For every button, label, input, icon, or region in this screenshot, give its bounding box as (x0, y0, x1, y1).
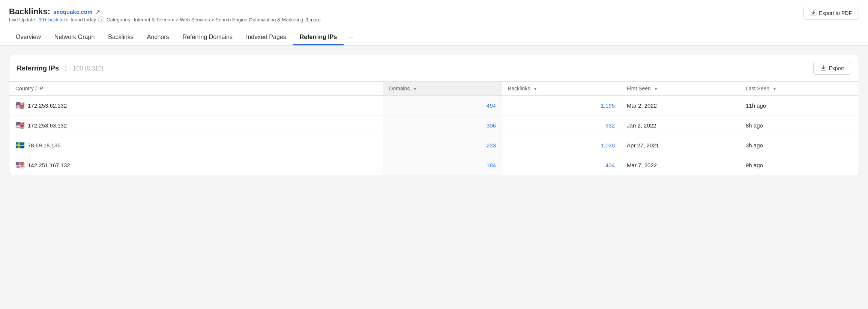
domains-link-1[interactable]: 306 (487, 122, 496, 129)
tab-network-graph[interactable]: Network Graph (48, 30, 102, 45)
referring-ips-card: Referring IPs 1 - 100 (8,310) Export Cou… (9, 55, 859, 175)
tab-more-icon[interactable]: ··· (344, 30, 358, 45)
table-row: 🇺🇸 142.251.167.132 184 404 Mar 7, 2022 9… (9, 155, 859, 175)
live-update-suffix: found today (71, 17, 96, 22)
sort-icon-backlinks: ▼ (533, 86, 538, 92)
cell-ip-2: 🇸🇪 78.69.18.135 (9, 135, 383, 155)
more-categories-link[interactable]: 9 more (305, 17, 320, 22)
cell-domains-2[interactable]: 223 (383, 135, 502, 155)
cell-ip-0: 🇺🇸 172.253.62.132 (9, 96, 383, 116)
page-title-static: Backlinks: (9, 7, 50, 16)
ip-address-3[interactable]: 142.251.167.132 (28, 162, 70, 168)
page-header: Backlinks: seoquake.com ↗ Live Update: 9… (0, 0, 868, 46)
col-header-backlinks[interactable]: Backlinks ▼ (502, 82, 621, 96)
backlinks-link-1[interactable]: 932 (605, 122, 615, 129)
cell-first-seen-0: Mar 2, 2022 (621, 96, 740, 116)
col-header-country-ip: Country / IP (9, 82, 383, 96)
card-title: Referring IPs (17, 64, 59, 72)
cell-domains-0[interactable]: 494 (383, 96, 502, 116)
domains-link-3[interactable]: 184 (487, 162, 496, 168)
title-line: Backlinks: seoquake.com ↗ (9, 7, 321, 16)
title-area: Backlinks: seoquake.com ↗ Live Update: 9… (9, 7, 321, 28)
table-row: 🇺🇸 172.253.63.132 306 932 Jan 2, 2022 8h… (9, 116, 859, 135)
sort-icon-first-seen: ▼ (654, 86, 658, 92)
card-range: 1 - 100 (8,310) (64, 65, 104, 72)
external-link-icon[interactable]: ↗ (95, 8, 100, 15)
cell-first-seen-1: Jan 2, 2022 (621, 116, 740, 135)
cell-first-seen-3: Mar 7, 2022 (621, 155, 740, 175)
tab-backlinks[interactable]: Backlinks (101, 30, 140, 45)
backlinks-link-3[interactable]: 404 (605, 162, 615, 168)
sort-icon-last-seen: ▼ (772, 86, 777, 92)
cell-backlinks-2[interactable]: 1,020 (502, 135, 621, 155)
main-content: Referring IPs 1 - 100 (8,310) Export Cou… (0, 46, 868, 184)
cell-last-seen-1: 8h ago (740, 116, 859, 135)
tab-anchors[interactable]: Anchors (140, 30, 176, 45)
domains-link-2[interactable]: 223 (487, 142, 496, 148)
backlinks-link-2[interactable]: 1,020 (601, 142, 615, 148)
flag-icon-2: 🇸🇪 (15, 141, 25, 150)
cell-last-seen-0: 11h ago (740, 96, 859, 116)
table-row: 🇺🇸 172.253.62.132 494 1,195 Mar 2, 2022 … (9, 96, 859, 116)
domains-link-0[interactable]: 494 (487, 102, 496, 109)
backlinks-link[interactable]: 99+ backlinks (39, 17, 68, 22)
tab-referring-ips[interactable]: Referring IPs (293, 30, 344, 45)
cell-backlinks-1[interactable]: 932 (502, 116, 621, 135)
tab-indexed-pages[interactable]: Indexed Pages (239, 30, 293, 45)
cell-backlinks-3[interactable]: 404 (502, 155, 621, 175)
subtitle-bar: Live Update: 99+ backlinks found today i… (9, 16, 321, 22)
cell-backlinks-0[interactable]: 1,195 (502, 96, 621, 116)
cell-domains-1[interactable]: 306 (383, 116, 502, 135)
sort-icon-domains: ▼ (413, 86, 417, 92)
cell-first-seen-2: Apr 27, 2021 (621, 135, 740, 155)
cell-last-seen-3: 9h ago (740, 155, 859, 175)
backlinks-link-0[interactable]: 1,195 (601, 102, 615, 109)
table-export-icon (820, 65, 826, 71)
cell-domains-3[interactable]: 184 (383, 155, 502, 175)
header-top: Backlinks: seoquake.com ↗ Live Update: 9… (9, 7, 859, 28)
ip-address-0[interactable]: 172.253.62.132 (28, 102, 67, 109)
info-icon[interactable]: i (98, 16, 104, 22)
card-title-area: Referring IPs 1 - 100 (8,310) (17, 64, 104, 72)
export-to-pdf-button[interactable]: Export to PDF (803, 7, 859, 20)
cell-last-seen-2: 3h ago (740, 135, 859, 155)
referring-ips-table: Country / IP Domains ▼ Backlinks ▼ First… (9, 81, 859, 175)
card-header: Referring IPs 1 - 100 (8,310) Export (9, 55, 859, 81)
table-row: 🇸🇪 78.69.18.135 223 1,020 Apr 27, 2021 3… (9, 135, 859, 155)
ip-address-2[interactable]: 78.69.18.135 (28, 142, 61, 148)
flag-icon-1: 🇺🇸 (15, 121, 25, 130)
col-header-first-seen[interactable]: First Seen ▼ (621, 82, 740, 96)
export-icon (810, 10, 816, 16)
cell-ip-3: 🇺🇸 142.251.167.132 (9, 155, 383, 175)
table-export-button[interactable]: Export (813, 62, 851, 75)
tab-referring-domains[interactable]: Referring Domains (176, 30, 239, 45)
table-header-row: Country / IP Domains ▼ Backlinks ▼ First… (9, 82, 859, 96)
categories-prefix: Categories: (107, 17, 131, 22)
live-update-prefix: Live Update: (9, 17, 36, 22)
tab-overview[interactable]: Overview (9, 30, 48, 45)
nav-tabs: Overview Network Graph Backlinks Anchors… (9, 30, 859, 45)
col-header-last-seen[interactable]: Last Seen ▼ (740, 82, 859, 96)
ip-address-1[interactable]: 172.253.63.132 (28, 122, 67, 129)
page-domain[interactable]: seoquake.com (53, 9, 92, 15)
col-header-domains[interactable]: Domains ▼ (383, 82, 502, 96)
categories-text: Internet & Telecom > Web Services > Sear… (134, 17, 303, 22)
flag-icon-0: 🇺🇸 (15, 101, 25, 110)
flag-icon-3: 🇺🇸 (15, 160, 25, 170)
cell-ip-1: 🇺🇸 172.253.63.132 (9, 116, 383, 135)
